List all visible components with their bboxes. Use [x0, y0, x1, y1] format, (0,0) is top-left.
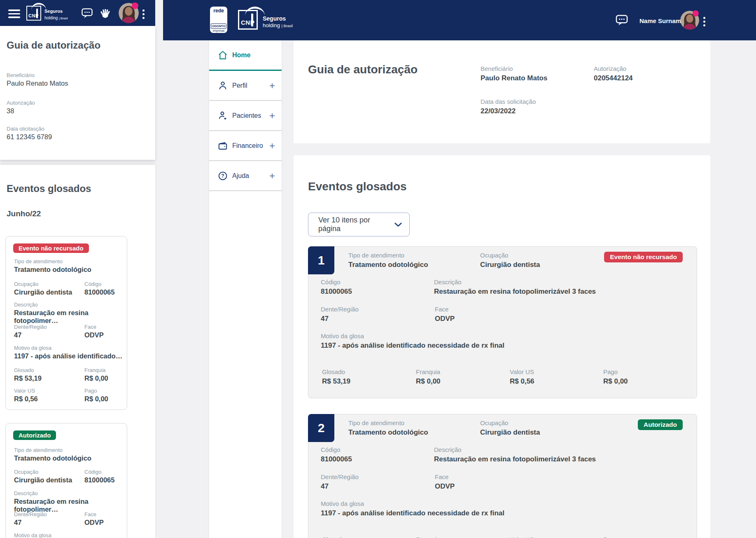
- field-valor-us: Valor US: [510, 536, 534, 538]
- guia-header-card: Guia de autorização Beneficiário Paulo R…: [294, 40, 710, 143]
- cnp-logo-text: Seguros holding | Brasil: [44, 9, 68, 21]
- field-valor-us: Valor US R$ 0,56: [14, 388, 38, 403]
- field-face: Face ODVP: [84, 511, 104, 526]
- person-icon: [217, 80, 228, 91]
- field-codigo: Código 81000065: [321, 446, 352, 463]
- field-descricao: Descrição Restauração em resina fotopoli…: [434, 278, 596, 296]
- expand-plus-icon[interactable]: +: [269, 140, 275, 152]
- cnp-logo: CNP: [26, 6, 41, 21]
- field-dente: Dente/Região 47: [321, 306, 359, 323]
- section-title: Eventos glosados: [7, 183, 91, 194]
- field-beneficiario: Beneficiário Paulo Renato Matos: [481, 65, 547, 82]
- field-glosado: Glosado R$ 53,19: [14, 367, 42, 382]
- field-franquia: Franquia R$ 0,00: [416, 368, 441, 386]
- person-heart-icon: [217, 110, 228, 121]
- field-ocupacao: Ocupação Cirurgião dentista: [480, 252, 540, 269]
- event-card-1: 1 Evento não recursado Tipo de atendimen…: [308, 246, 697, 398]
- sidebar-item-perfil[interactable]: Perfil +: [209, 71, 282, 101]
- event-card-2: 2 Autorizado Tipo de atendimento Tratame…: [308, 414, 697, 538]
- eventos-card: Eventos glosados Ver 10 itens por página…: [294, 155, 710, 538]
- field-motivo: Motivo da glosa: [14, 532, 51, 538]
- field-autorizacao: Autorização 0205442124: [594, 65, 633, 82]
- field-dente: Dente/Região 47: [14, 324, 47, 339]
- mobile-guia-card: Guia de autorização Beneficiário Paulo R…: [0, 26, 155, 160]
- kebab-menu-icon[interactable]: [702, 15, 706, 28]
- cnp-logo: CNP: [238, 10, 258, 30]
- field-motivo: Motivo da glosa 1197 - após análise iden…: [321, 332, 504, 350]
- field-pago: Pago R$ 0,00: [84, 388, 108, 403]
- event-card-2: Autorizado Tipo de atendimento Tratament…: [5, 423, 127, 538]
- home-icon: [217, 50, 228, 61]
- field-tipo: Tipo de atendimento Tratamento odotológi…: [348, 252, 428, 269]
- field-autorizacao: Autorização 38: [7, 100, 35, 115]
- event-number: 2: [308, 414, 334, 442]
- field-tipo: Tipo de atendimento Tratamento odotológi…: [348, 419, 428, 437]
- sign-language-hand-icon[interactable]: [99, 7, 111, 19]
- mobile-eventos-section: Eventos glosados Junho/22 Evento não rec…: [0, 165, 155, 538]
- notification-dot: [693, 10, 699, 16]
- field-valor-us: Valor US R$ 0,56: [510, 368, 534, 386]
- field-motivo: Motivo da glosa 1197 - após análise iden…: [14, 345, 122, 360]
- wallet-icon: [217, 140, 228, 151]
- event-number: 1: [308, 246, 334, 274]
- question-circle-icon: ?: [217, 171, 228, 181]
- field-pago: Pago: [603, 536, 618, 538]
- field-glosado: Glosado R$ 53,19: [322, 368, 350, 386]
- field-codigo: Código 81000065: [84, 469, 114, 484]
- cnp-logo-text: Seguros holding | Brasil: [263, 16, 293, 28]
- status-badge: Evento não recursado: [604, 252, 683, 262]
- field-franquia: Franquia: [416, 536, 440, 538]
- field-ocupacao: Ocupação Cirurgião dentista: [14, 469, 72, 484]
- field-tipo: Tipo de atendimento Tratamento odotológi…: [14, 447, 91, 462]
- expand-plus-icon[interactable]: +: [269, 80, 275, 91]
- sidebar-item-financeiro[interactable]: Financeiro +: [209, 131, 282, 161]
- status-badge: Autorizado: [638, 419, 683, 430]
- mobile-header: CNP Seguros holding | Brasil: [0, 0, 155, 26]
- field-data-solicitacao: Data das solicitação 22/03/2022: [481, 98, 536, 115]
- status-badge: Evento não recursado: [13, 243, 89, 253]
- field-face: Face ODVP: [84, 324, 104, 339]
- chat-bubble-icon[interactable]: [616, 15, 628, 26]
- field-beneficiario: Beneficiário Paulo Renato Matos: [7, 72, 68, 87]
- section-title: Eventos glosados: [308, 180, 407, 193]
- desktop-header: rede ODONTO empresas CNP Seguros holding…: [163, 0, 756, 40]
- sidebar-item-pacientes[interactable]: Pacientes +: [209, 101, 282, 131]
- page-title: Guia de autorização: [7, 40, 100, 51]
- field-face: Face ODVP: [435, 473, 455, 491]
- sidebar-item-ajuda[interactable]: ? Ajuda +: [209, 161, 282, 191]
- items-per-page-select[interactable]: Ver 10 itens por página: [308, 213, 410, 236]
- field-data-solicitacao: Data olicitasção 61 12345 6789: [7, 126, 52, 141]
- chat-bubble-icon[interactable]: [82, 8, 93, 19]
- kebab-menu-icon[interactable]: [142, 8, 145, 21]
- field-pago: Pago R$ 0,00: [603, 368, 628, 386]
- user-name[interactable]: Name Surname: [639, 17, 684, 24]
- desktop-mockup: rede ODONTO empresas CNP Seguros holding…: [163, 0, 756, 538]
- field-dente: Dente/Região 47: [321, 473, 359, 491]
- items-per-page-value: Ver 10 itens por página: [318, 216, 394, 233]
- page-title: Guia de autorização: [308, 63, 418, 76]
- hamburger-menu-icon[interactable]: [8, 9, 20, 20]
- field-glosado: Glosado: [322, 536, 345, 538]
- status-badge: Autorizado: [13, 430, 56, 440]
- month-heading: Junho/22: [7, 209, 41, 218]
- chevron-down-icon: [394, 222, 402, 227]
- field-codigo: Código 81000065: [321, 278, 352, 296]
- svg-text:?: ?: [221, 173, 224, 179]
- field-ocupacao: Ocupação Cirurgião dentista: [14, 281, 72, 296]
- field-ocupacao: Ocupação Cirurgião dentista: [480, 419, 540, 437]
- sidebar-item-home[interactable]: Home: [209, 40, 282, 71]
- field-dente: Dente/Região 47: [14, 511, 47, 526]
- field-motivo: Motivo da glosa 1197 - após análise iden…: [321, 500, 504, 517]
- notification-dot: [132, 2, 138, 9]
- field-descricao: Descrição Restauração em resina fotopoli…: [434, 446, 596, 463]
- sidebar: Home Perfil + Pacientes + Financeiro +: [209, 40, 282, 538]
- field-tipo: Tipo de atendimento Tratamento odotológi…: [14, 258, 91, 274]
- expand-plus-icon[interactable]: +: [269, 170, 275, 182]
- mobile-mockup: CNP Seguros holding | Brasil: [0, 0, 155, 538]
- expand-plus-icon[interactable]: +: [269, 110, 275, 122]
- event-card-1: Evento não recursado Tipo de atendimento…: [5, 236, 127, 410]
- field-franquia: Franquia R$ 0,00: [84, 367, 108, 382]
- rede-odonto-logo: rede ODONTO empresas: [210, 7, 227, 33]
- field-face: Face ODVP: [435, 306, 455, 323]
- field-descricao: Descrição Restauração em resina fotopoli…: [14, 490, 127, 513]
